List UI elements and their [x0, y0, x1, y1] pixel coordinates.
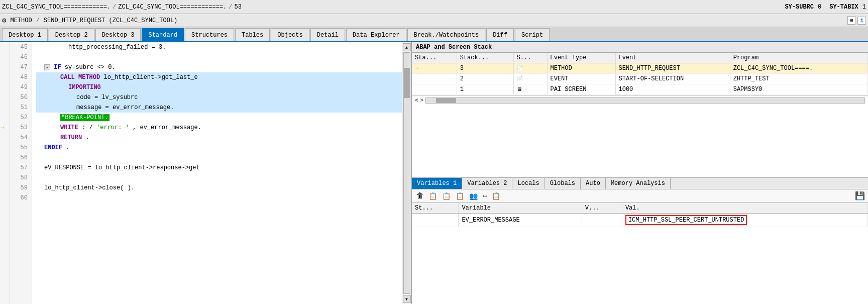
right-panel: ABAP and Screen Stack Sta... Stack... S.… [412, 42, 868, 304]
method-bar: ⚙ METHOD / SEND_HTTP_REQUEST (ZCL_C4C_SY… [0, 14, 868, 27]
tab-desktop1[interactable]: Desktop 1 [2, 28, 48, 41]
path-segment-3[interactable]: 53 [235, 4, 242, 11]
tab-data-explorer[interactable]: Data Explorer [346, 28, 406, 41]
stack-nav-prev[interactable]: < [415, 97, 418, 104]
code-content: http_processing_failed = 3. - IF sy-subr… [32, 42, 402, 304]
var-tool-swap[interactable]: ↔ [481, 191, 488, 200]
code-line-49: IMPORTING [36, 82, 402, 92]
var-tab-variables1[interactable]: Variables 1 [412, 178, 462, 189]
sy-tabix-value: 1 [862, 4, 866, 11]
var-tool-copy2[interactable]: 📋 [441, 191, 452, 201]
variables-panel: Variables 1 Variables 2 Locals Globals A… [412, 178, 868, 304]
code-panel: → 45 46 47 48 49 50 51 52 53 54 55 56 57… [0, 42, 412, 304]
code-line-59: lo_http_client->close( ). [36, 183, 402, 193]
stack-row-2[interactable]: 2 📄 EVENT START-OF-SELECTION ZHTTP_TEST [412, 74, 868, 84]
var-tab-variables2[interactable]: Variables 2 [462, 178, 512, 189]
var-tab-memory-analysis[interactable]: Memory Analysis [606, 178, 671, 189]
settings-icon[interactable]: ⚙ [2, 16, 6, 25]
code-line-51: message = ev_error_message. [36, 103, 402, 113]
var-tool-save[interactable]: 💾 [855, 191, 865, 201]
tab-tables[interactable]: Tables [235, 28, 270, 41]
tab-desktop2[interactable]: Desktop 2 [49, 28, 94, 41]
var-tab-globals[interactable]: Globals [545, 178, 581, 189]
stack-cell-icon-1: 🖥 [513, 84, 547, 95]
stack-cell-arrow-1 [412, 84, 457, 95]
tab-script[interactable]: Script [515, 28, 550, 41]
stack-cell-event: SEND_HTTP_REQUEST [615, 63, 730, 74]
left-gutter: → [0, 42, 10, 304]
code-area: → 45 46 47 48 49 50 51 52 53 54 55 56 57… [0, 42, 411, 304]
stack-cell-arrow: → [412, 63, 457, 74]
tab-standard[interactable]: Standard [142, 28, 184, 41]
stack-cell-event-type: METHOD [547, 63, 615, 74]
code-scrollbar[interactable]: ▲ ▼ [402, 42, 411, 304]
code-line-56 [36, 153, 402, 163]
tab-break-watchpoints[interactable]: Break./Watchpoints [407, 28, 486, 41]
line-num: 60 [14, 193, 28, 203]
stack-scrollbar-h[interactable] [425, 97, 865, 104]
code-line-52: "BREAK-POINT. [36, 113, 402, 123]
line-num: 47 [14, 62, 28, 72]
var-tool-copy1[interactable]: 📋 [427, 191, 439, 201]
sy-subrc-value: 0 [818, 4, 821, 11]
sy-tabix-label: SY-TABIX [829, 4, 858, 11]
line-num: 45 [14, 42, 28, 52]
path-segment-1[interactable]: ZCL_C4C_SYNC_TOOL============. [2, 4, 111, 11]
stack-table: Sta... Stack... S... Event Type Event Pr… [412, 53, 868, 95]
code-line-45: http_processing_failed = 3. [36, 42, 402, 52]
line-num: 55 [14, 143, 28, 153]
scroll-down-btn[interactable]: ▼ [403, 295, 411, 303]
path-segment-2[interactable]: ZCL_C4C_SYNC_TOOL============. [118, 4, 227, 11]
var-tool-group[interactable]: 👥 [468, 191, 479, 201]
var-tab-locals[interactable]: Locals [512, 178, 545, 189]
stack-cell-num-1: 1 [457, 84, 513, 95]
stack-col-program: Program [730, 53, 867, 63]
info-icon[interactable]: i [857, 17, 866, 25]
scroll-up-btn[interactable]: ▲ [403, 43, 411, 51]
code-line-55: ENDIF . [36, 143, 402, 153]
sy-subrc-display: SY-SUBRC 0 [785, 4, 821, 11]
main-content: → 45 46 47 48 49 50 51 52 53 54 55 56 57… [0, 42, 868, 304]
var-tool-delete[interactable]: 🗑 [415, 191, 425, 200]
stack-row-3[interactable]: → 3 📄 METHOD SEND_HTTP_REQUEST ZCL_C4C_S… [412, 63, 868, 74]
stack-col-sta: Sta... [412, 53, 457, 63]
stack-nav: < > [412, 95, 868, 106]
method-label: METHOD [10, 17, 32, 24]
expand-marker[interactable]: - [44, 64, 50, 70]
tab-objects[interactable]: Objects [271, 28, 309, 41]
var-cell-variable: EV_ERROR_MESSAGE [459, 214, 582, 227]
var-cell-st [412, 214, 459, 227]
code-line-60 [36, 193, 402, 203]
tab-desktop3[interactable]: Desktop 3 [95, 28, 141, 41]
tab-structures[interactable]: Structures [185, 28, 234, 41]
line-num: 56 [14, 153, 28, 163]
top-bar: ZCL_C4C_SYNC_TOOL============. / ZCL_C4C… [0, 0, 868, 14]
stack-cell-program-2: ZHTTP_TEST [730, 74, 867, 84]
method-value: SEND_HTTP_REQUEST (ZCL_C4C_SYNC_TOOL) [44, 17, 177, 24]
layout-icon[interactable]: ⊞ [847, 16, 856, 25]
code-line-54: RETURN . [36, 133, 402, 143]
line-num: 58 [14, 173, 28, 183]
var-row-1[interactable]: EV_ERROR_MESSAGE ICM_HTTP_SSL_PEER_CERT_… [412, 214, 868, 227]
stack-col-s: S... [513, 53, 547, 63]
line-num: 54 [14, 133, 28, 143]
stack-cell-event-type-1: PAI SCREEN [547, 84, 615, 95]
status-area: SY-SUBRC 0 SY-TABIX 1 [785, 4, 866, 11]
stack-row-1[interactable]: 1 🖥 PAI SCREEN 1000 SAPMSSY0 [412, 84, 868, 95]
code-line-50: code = lv_sysubrc [36, 92, 402, 103]
var-col-val: Val. [622, 203, 867, 214]
line-num: 51 [14, 103, 28, 113]
tab-bar: Desktop 1 Desktop 2 Desktop 3 Standard S… [0, 27, 868, 42]
line-num: 57 [14, 163, 28, 173]
stack-nav-next[interactable]: > [420, 97, 424, 104]
var-tool-copy3[interactable]: 📋 [454, 191, 466, 201]
line-num: 48 [14, 72, 28, 82]
code-line-47: - IF sy-subrc <> 0. [36, 62, 402, 72]
scroll-thumb[interactable] [404, 68, 410, 98]
tab-diff[interactable]: Diff [486, 28, 514, 41]
stack-cell-icon-2: 📄 [513, 74, 547, 84]
var-tab-auto[interactable]: Auto [581, 178, 606, 189]
var-tool-export[interactable]: 📋 [490, 191, 502, 201]
tab-detail[interactable]: Detail [310, 28, 345, 41]
line-num: 59 [14, 183, 28, 193]
